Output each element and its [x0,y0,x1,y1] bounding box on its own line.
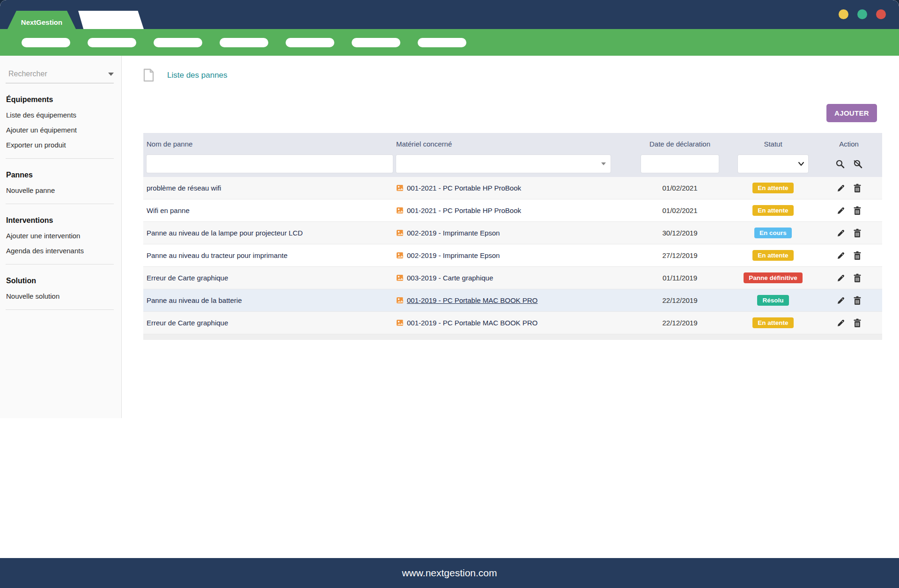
column-header-statut[interactable]: Statut [730,140,816,148]
table-row[interactable]: Wifi en panne 001-2021 - PC Portable HP … [143,199,882,222]
sidebar-heading: Pannes [6,171,121,179]
edit-icon[interactable] [836,296,846,305]
panne-name: Panne au niveau du tracteur pour imprima… [143,251,396,259]
delete-icon[interactable] [853,206,862,215]
filter-name-input[interactable] [147,155,393,173]
status-cell: Panne définitive [730,272,816,283]
sidebar-heading: Interventions [6,216,121,225]
delete-icon[interactable] [853,318,862,328]
app-window: NextGestion ÉquipementsListe des équipem… [0,0,899,588]
nav-pill-5[interactable] [286,38,334,47]
edit-icon[interactable] [836,273,846,283]
equipment-image-icon [396,207,404,214]
table-row[interactable]: Panne au niveau du tracteur pour imprima… [143,244,882,267]
sidebar-sections: ÉquipementsListe des équipementsAjouter … [0,96,121,310]
edit-icon[interactable] [836,318,846,328]
sidebar-divider [6,309,114,310]
nav-pill-1[interactable] [22,38,70,47]
nav-pill-2[interactable] [88,38,136,47]
table-body: problème de réseau wifi 001-2021 - PC Po… [143,177,882,334]
filter-row [143,151,882,177]
table-row[interactable]: Erreur de Carte graphique 001-2019 - PC … [143,312,882,334]
sidebar: ÉquipementsListe des équipementsAjouter … [0,56,122,418]
close-button[interactable] [876,9,886,19]
delete-icon[interactable] [853,273,862,283]
status-cell: Résolu [730,295,816,306]
action-cell [816,251,882,260]
sidebar-heading: Solution [6,277,121,285]
materiel-cell: 001-2021 - PC Portable HP ProBook [396,206,629,214]
table-row[interactable]: problème de réseau wifi 001-2021 - PC Po… [143,177,882,199]
sidebar-search[interactable] [6,67,114,83]
materiel-link[interactable]: 001-2019 - PC Portable MAC BOOK PRO [407,319,538,327]
materiel-link[interactable]: 002-2019 - Imprimante Epson [407,251,500,259]
maximize-button[interactable] [857,9,867,19]
delete-icon[interactable] [853,296,862,305]
materiel-link[interactable]: 002-2019 - Imprimante Epson [407,229,500,237]
status-cell: En attente [730,205,816,216]
sidebar-item[interactable]: Ajouter un équipement [6,126,121,134]
table-header: Nom de panne Matériel concerné Date de d… [143,133,882,177]
sidebar-item[interactable]: Agenda des intervenants [6,247,121,255]
action-cell [816,206,882,215]
add-button[interactable]: AJOUTER [826,104,877,122]
search-icon[interactable] [835,159,845,169]
column-header-name[interactable]: Nom de panne [143,140,396,148]
clear-search-icon[interactable] [853,159,863,169]
blank-header-tab[interactable] [78,11,144,29]
main-nav-bar [0,29,899,56]
chevron-down-icon[interactable] [108,73,114,76]
nav-pill-4[interactable] [220,38,268,47]
delete-icon[interactable] [853,251,862,260]
status-badge: En attente [752,317,793,328]
search-input[interactable] [8,70,105,78]
edit-icon[interactable] [836,184,846,193]
materiel-link[interactable]: 001-2021 - PC Portable HP ProBook [407,184,521,192]
action-cell [816,318,882,328]
declaration-date: 27/12/2019 [629,251,730,259]
panne-name: Panne au niveau de la lampe pour project… [143,229,396,237]
materiel-link[interactable]: 003-2019 - Carte graphique [407,274,493,282]
sidebar-item[interactable]: Ajouter une intervention [6,232,121,240]
filter-date-input[interactable] [641,155,719,173]
panne-name: Wifi en panne [143,206,396,214]
nav-pill-7[interactable] [418,38,466,47]
status-badge: En attente [752,205,793,216]
declaration-date: 01/02/2021 [629,206,730,214]
equipment-image-icon [396,229,404,237]
equipment-image-icon [396,297,404,304]
nav-pill-3[interactable] [154,38,202,47]
filter-status-select[interactable] [738,155,808,173]
table-bottom-strip [143,334,882,340]
status-badge: En attente [752,250,793,261]
delete-icon[interactable] [853,228,862,238]
brand-tab[interactable]: NextGestion [7,11,76,29]
status-cell: En attente [730,317,816,328]
table-row[interactable]: Panne au niveau de la batterie 001-2019 … [143,289,882,312]
sidebar-item[interactable]: Liste des équipements [6,111,121,119]
main-panel: Liste des pannes AJOUTER Nom de panne Ma… [122,56,899,558]
delete-icon[interactable] [853,184,862,193]
edit-icon[interactable] [836,251,846,260]
filter-materiel-select[interactable] [396,155,611,173]
action-cell [816,273,882,283]
column-header-date[interactable]: Date de déclaration [629,140,730,148]
declaration-date: 30/12/2019 [629,229,730,237]
page-title-row: Liste des pannes [143,68,228,82]
status-cell: En attente [730,250,816,261]
sidebar-item[interactable]: Nouvelle panne [6,186,121,194]
sidebar-divider [6,264,114,265]
equipment-image-icon [396,184,404,192]
materiel-link[interactable]: 001-2019 - PC Portable MAC BOOK PRO [407,296,538,304]
sidebar-item[interactable]: Nouvelle solution [6,292,121,300]
sidebar-item[interactable]: Exporter un produit [6,141,121,149]
edit-icon[interactable] [836,206,846,215]
edit-icon[interactable] [836,228,846,238]
action-cell [816,296,882,305]
table-row[interactable]: Panne au niveau de la lampe pour project… [143,222,882,244]
column-header-materiel[interactable]: Matériel concerné [396,140,629,148]
table-row[interactable]: Erreur de Carte graphique 003-2019 - Car… [143,267,882,289]
materiel-link[interactable]: 001-2021 - PC Portable HP ProBook [407,206,521,214]
nav-pill-6[interactable] [352,38,400,47]
minimize-button[interactable] [839,9,848,19]
